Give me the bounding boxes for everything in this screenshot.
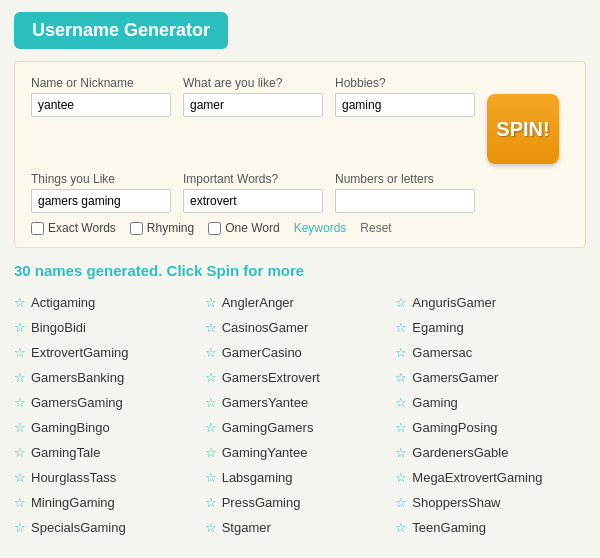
one-word-label: One Word	[225, 221, 279, 235]
rhyming-checkbox[interactable]	[130, 222, 143, 235]
star-icon: ☆	[14, 495, 26, 510]
star-icon: ☆	[395, 320, 407, 335]
star-icon: ☆	[205, 420, 217, 435]
list-item[interactable]: ☆GamingGamers	[205, 418, 396, 437]
star-icon: ☆	[14, 320, 26, 335]
important-input[interactable]	[183, 189, 323, 213]
list-item[interactable]: ☆SpecialsGaming	[14, 518, 205, 537]
list-item[interactable]: ☆GamersGamer	[395, 368, 586, 387]
name-text: ExtrovertGaming	[31, 345, 129, 360]
name-input[interactable]	[31, 93, 171, 117]
name-text: MiningGaming	[31, 495, 115, 510]
list-item[interactable]: ☆Gaming	[395, 393, 586, 412]
like-label: What are you like?	[183, 76, 323, 90]
list-item[interactable]: ☆GamersExtrovert	[205, 368, 396, 387]
star-icon: ☆	[395, 370, 407, 385]
list-item[interactable]: ☆GamersBanking	[14, 368, 205, 387]
name-text: CasinosGamer	[222, 320, 309, 335]
rhyming-option[interactable]: Rhyming	[130, 221, 194, 235]
name-text: SpecialsGaming	[31, 520, 126, 535]
name-text: GamerCasino	[222, 345, 302, 360]
star-icon: ☆	[14, 395, 26, 410]
name-text: ShoppersShaw	[412, 495, 500, 510]
list-item[interactable]: ☆TeenGaming	[395, 518, 586, 537]
list-item[interactable]: ☆GamersGaming	[14, 393, 205, 412]
list-item[interactable]: ☆Actigaming	[14, 293, 205, 312]
exact-words-option[interactable]: Exact Words	[31, 221, 116, 235]
keywords-link[interactable]: Keywords	[294, 221, 347, 235]
name-text: AngurisGamer	[412, 295, 496, 310]
name-text: GardenersGable	[412, 445, 508, 460]
name-text: MegaExtrovertGaming	[412, 470, 542, 485]
list-item[interactable]: ☆GardenersGable	[395, 443, 586, 462]
star-icon: ☆	[395, 520, 407, 535]
exact-words-label: Exact Words	[48, 221, 116, 235]
list-item[interactable]: ☆GamingPosing	[395, 418, 586, 437]
list-item[interactable]: ☆ShoppersShaw	[395, 493, 586, 512]
list-item[interactable]: ☆GamerCasino	[205, 343, 396, 362]
form-container: Name or Nickname What are you like? Hobb…	[14, 61, 586, 248]
name-text: HourglassTass	[31, 470, 116, 485]
name-text: Labsgaming	[222, 470, 293, 485]
name-text: GamersGaming	[31, 395, 123, 410]
star-icon: ☆	[205, 470, 217, 485]
things-input[interactable]	[31, 189, 171, 213]
star-icon: ☆	[14, 520, 26, 535]
name-text: Stgamer	[222, 520, 271, 535]
list-item[interactable]: ☆HourglassTass	[14, 468, 205, 487]
hobbies-input[interactable]	[335, 93, 475, 117]
list-item[interactable]: ☆GamersYantee	[205, 393, 396, 412]
star-icon: ☆	[14, 345, 26, 360]
star-icon: ☆	[205, 320, 217, 335]
star-icon: ☆	[395, 495, 407, 510]
list-item[interactable]: ☆GamingBingo	[14, 418, 205, 437]
star-icon: ☆	[205, 345, 217, 360]
one-word-option[interactable]: One Word	[208, 221, 279, 235]
list-item[interactable]: ☆GamingYantee	[205, 443, 396, 462]
spin-button[interactable]: SPIN!	[487, 94, 559, 164]
name-text: GamingYantee	[222, 445, 308, 460]
name-text: GamingTale	[31, 445, 100, 460]
names-grid: ☆Actigaming☆AnglerAnger☆AngurisGamer☆Bin…	[14, 293, 586, 537]
list-item[interactable]: ☆AnglerAnger	[205, 293, 396, 312]
star-icon: ☆	[205, 495, 217, 510]
star-icon: ☆	[205, 445, 217, 460]
important-label: Important Words?	[183, 172, 323, 186]
name-text: GamingGamers	[222, 420, 314, 435]
list-item[interactable]: ☆AngurisGamer	[395, 293, 586, 312]
list-item[interactable]: ☆Labsgaming	[205, 468, 396, 487]
hobbies-label: Hobbies?	[335, 76, 475, 90]
name-text: GamersYantee	[222, 395, 308, 410]
exact-words-checkbox[interactable]	[31, 222, 44, 235]
hobbies-group: Hobbies?	[335, 76, 475, 117]
list-item[interactable]: ☆Stgamer	[205, 518, 396, 537]
like-input[interactable]	[183, 93, 323, 117]
app-header: Username Generator	[14, 12, 228, 49]
list-item[interactable]: ☆MegaExtrovertGaming	[395, 468, 586, 487]
name-text: BingoBidi	[31, 320, 86, 335]
numbers-label: Numbers or letters	[335, 172, 475, 186]
name-text: GamingBingo	[31, 420, 110, 435]
numbers-input[interactable]	[335, 189, 475, 213]
name-text: Gaming	[412, 395, 458, 410]
star-icon: ☆	[395, 295, 407, 310]
list-item[interactable]: ☆PressGaming	[205, 493, 396, 512]
reset-link[interactable]: Reset	[360, 221, 391, 235]
results-section: 30 names generated. Click Spin for more …	[14, 262, 586, 537]
list-item[interactable]: ☆CasinosGamer	[205, 318, 396, 337]
name-group: Name or Nickname	[31, 76, 171, 117]
things-group: Things you Like	[31, 172, 171, 213]
star-icon: ☆	[14, 370, 26, 385]
list-item[interactable]: ☆Egaming	[395, 318, 586, 337]
name-text: GamingPosing	[412, 420, 497, 435]
list-item[interactable]: ☆Gamersac	[395, 343, 586, 362]
list-item[interactable]: ☆MiningGaming	[14, 493, 205, 512]
things-label: Things you Like	[31, 172, 171, 186]
star-icon: ☆	[395, 395, 407, 410]
list-item[interactable]: ☆ExtrovertGaming	[14, 343, 205, 362]
star-icon: ☆	[395, 445, 407, 460]
name-text: AnglerAnger	[222, 295, 294, 310]
list-item[interactable]: ☆GamingTale	[14, 443, 205, 462]
list-item[interactable]: ☆BingoBidi	[14, 318, 205, 337]
one-word-checkbox[interactable]	[208, 222, 221, 235]
